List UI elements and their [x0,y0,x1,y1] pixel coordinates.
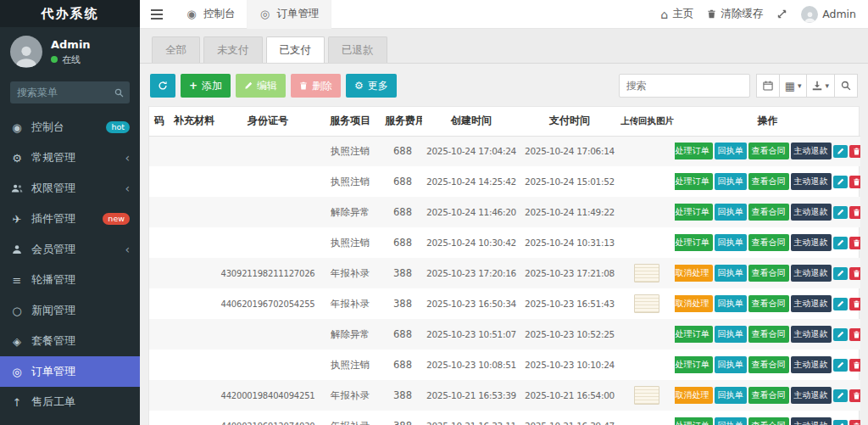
status-tab-refunded[interactable]: 已退款 [328,36,387,63]
columns-button[interactable]: ▦ ▾ [779,74,808,98]
receipt-thumbnail[interactable] [634,294,659,313]
row-actions: 处理订单回执单查看合同主动退款 [676,173,859,190]
process-order-button[interactable]: 处理订单 [675,204,713,221]
sidebar-search-input[interactable] [10,87,108,98]
delete-button[interactable] [849,359,861,372]
sidebar-item-plugin[interactable]: ✈插件管理new [0,204,140,234]
more-button[interactable]: ⚙ 更多 [346,74,397,98]
edit-button[interactable] [833,420,848,425]
process-order-button[interactable]: 处理订单 [675,417,713,425]
edit-button[interactable] [833,298,848,310]
cancel-process-button[interactable]: 取消处理 [675,295,713,312]
receipt-slip-button[interactable]: 回执单 [715,234,747,251]
edit-button[interactable] [833,176,848,188]
sidebar-item-general[interactable]: ⚙常规管理‹ [0,143,140,173]
active-refund-button[interactable]: 主动退款 [791,173,832,190]
receipt-slip-button[interactable]: 回执单 [715,204,747,221]
receipt-slip-button[interactable]: 回执单 [715,417,747,425]
active-refund-button[interactable]: 主动退款 [791,326,832,343]
view-contract-button[interactable]: 查看合同 [748,387,789,404]
active-refund-button[interactable]: 主动退款 [791,387,832,404]
delete-button[interactable] [849,237,861,249]
sidebar-item-permission[interactable]: 权限管理‹ [0,173,140,204]
delete-button[interactable] [849,389,861,402]
view-contract-button[interactable]: 查看合同 [748,417,789,425]
export-button[interactable]: ▾ [806,74,835,98]
receipt-slip-button[interactable]: 回执单 [715,295,747,312]
delete-button[interactable] [849,206,861,219]
edit-button[interactable] [833,389,848,402]
status-tab-paid[interactable]: 已支付 [266,36,326,63]
process-order-button[interactable]: 处理订单 [675,143,713,159]
edit-button[interactable] [833,237,848,249]
receipt-slip-button[interactable]: 回执单 [715,173,747,190]
view-contract-button[interactable]: 查看合同 [748,295,789,312]
active-refund-button[interactable]: 主动退款 [791,417,832,425]
edit-button[interactable] [833,145,848,158]
receipt-thumbnail[interactable] [634,264,659,282]
table-search-input[interactable] [619,74,750,98]
calendar-button[interactable] [756,74,780,98]
receipt-slip-button[interactable]: 回执单 [715,356,747,373]
view-contract-button[interactable]: 查看合同 [748,234,789,251]
sidebar-item-aftersale[interactable]: ↑售后工单 [0,387,140,417]
cancel-process-button[interactable]: 取消处理 [675,265,713,282]
active-refund-button[interactable]: 主动退款 [791,295,832,312]
receipt-slip-button[interactable]: 回执单 [715,387,747,404]
status-tab-all[interactable]: 全部 [152,36,200,63]
edit-button[interactable] [833,267,848,280]
home-link[interactable]: ⌂ 主页 [660,7,693,21]
topbar-user[interactable]: Admin [801,6,856,23]
process-order-button[interactable]: 处理订单 [675,234,713,251]
sidebar-item-package[interactable]: ◈套餐管理 [0,326,140,356]
topbar-tab-dashboard[interactable]: ◉控制台 [174,0,248,29]
delete-button[interactable] [849,420,861,425]
receipt-thumbnail[interactable] [634,386,659,405]
refresh-button[interactable] [150,74,175,98]
active-refund-button[interactable]: 主动退款 [791,356,832,373]
active-refund-button[interactable]: 主动退款 [791,265,832,282]
topbar-tab-orders[interactable]: ◎订单管理 [248,0,331,29]
cell-id-number [219,166,317,197]
edit-button[interactable] [833,359,848,372]
add-button[interactable]: + 添加 [181,74,231,98]
delete-button[interactable] [849,267,861,280]
view-contract-button[interactable]: 查看合同 [748,204,789,221]
receipt-slip-button[interactable]: 回执单 [715,265,747,282]
sidebar-item-news[interactable]: ○新闻管理 [0,295,140,326]
status-tab-unpaid[interactable]: 未支付 [203,36,263,63]
view-contract-button[interactable]: 查看合同 [748,265,789,282]
cancel-process-button[interactable]: 取消处理 [675,387,713,404]
delete-button[interactable] [849,145,861,158]
hamburger-menu-icon[interactable] [140,0,174,29]
search-button[interactable] [834,74,858,98]
cell-created-time: 2025-10-23 16:50:34 [422,288,520,319]
process-order-button[interactable]: 处理订单 [675,356,713,373]
view-contract-button[interactable]: 查看合同 [748,173,789,190]
active-refund-button[interactable]: 主动退款 [791,234,832,251]
fullscreen-toggle[interactable] [776,8,787,20]
sidebar-item-carousel[interactable]: ≡轮播管理 [0,265,140,295]
sidebar-item-dashboard[interactable]: ◉控制台hot [0,112,140,143]
delete-button-toolbar[interactable]: 删除 [291,74,341,98]
clear-cache-link[interactable]: 清除缓存 [707,7,763,21]
edit-button[interactable] [833,206,848,219]
receipt-slip-button[interactable]: 回执单 [715,143,747,159]
view-contract-button[interactable]: 查看合同 [748,143,789,159]
edit-button[interactable] [833,328,848,341]
delete-button[interactable] [849,176,861,188]
active-refund-button[interactable]: 主动退款 [791,204,832,221]
view-contract-button[interactable]: 查看合同 [748,326,789,343]
receipt-slip-button[interactable]: 回执单 [715,326,747,343]
sidebar-item-orders[interactable]: ◎订单管理 [0,356,140,387]
delete-button[interactable] [849,328,861,341]
sidebar-item-member[interactable]: 会员管理‹ [0,234,140,265]
chevron-left-icon: ‹ [125,243,130,255]
edit-button-toolbar[interactable]: 编辑 [236,74,286,98]
process-order-button[interactable]: 处理订单 [675,326,713,343]
sidebar-search-button[interactable] [108,81,130,103]
view-contract-button[interactable]: 查看合同 [748,356,789,373]
process-order-button[interactable]: 处理订单 [675,173,713,190]
delete-button[interactable] [849,298,861,310]
active-refund-button[interactable]: 主动退款 [791,143,832,159]
